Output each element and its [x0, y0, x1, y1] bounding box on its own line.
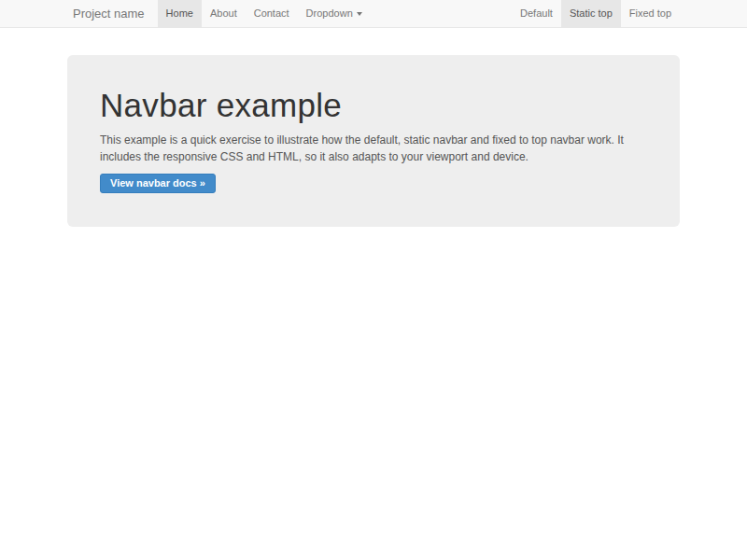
navbar-left-group: Project name Home About Contact Dropdown	[67, 0, 371, 27]
page-title: Navbar example	[100, 89, 647, 123]
jumbotron-description: This example is a quick exercise to illu…	[100, 132, 647, 165]
caret-down-icon	[357, 12, 362, 16]
nav-item-default[interactable]: Default	[512, 0, 561, 27]
nav-item-fixed-top[interactable]: Fixed top	[621, 0, 680, 27]
nav-item-dropdown[interactable]: Dropdown	[298, 0, 371, 27]
view-navbar-docs-button[interactable]: View navbar docs »	[100, 174, 216, 193]
dropdown-label: Dropdown	[306, 0, 353, 27]
nav-item-about[interactable]: About	[202, 0, 246, 27]
nav-item-home[interactable]: Home	[158, 0, 202, 27]
jumbotron: Navbar example This example is a quick e…	[67, 55, 680, 227]
navbar: Project name Home About Contact Dropdown…	[0, 0, 747, 28]
navbar-right-group: Default Static top Fixed top	[512, 0, 680, 27]
navbar-container: Project name Home About Contact Dropdown…	[67, 0, 680, 27]
nav-item-static-top[interactable]: Static top	[561, 0, 621, 27]
nav-item-contact[interactable]: Contact	[246, 0, 298, 27]
brand-link[interactable]: Project name	[67, 0, 152, 27]
